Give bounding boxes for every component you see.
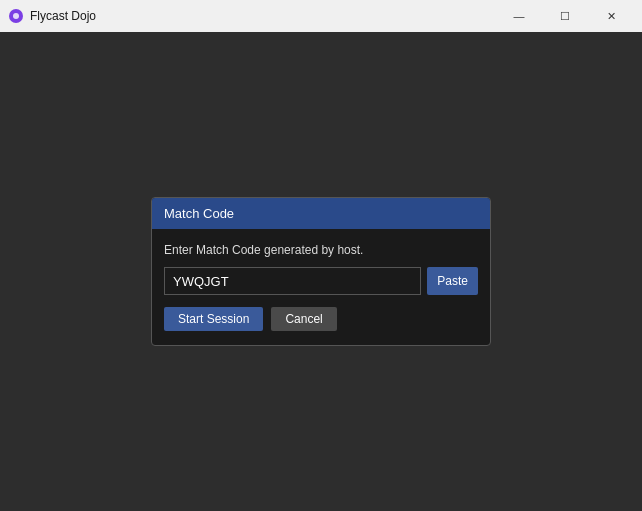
maximize-button[interactable]: ☐ [542,0,588,32]
dialog-header: Match Code [152,198,490,229]
minimize-button[interactable]: — [496,0,542,32]
app-icon [8,8,24,24]
main-content: Match Code Enter Match Code generated by… [0,32,642,511]
input-row: Paste [164,267,478,295]
cancel-button[interactable]: Cancel [271,307,336,331]
dialog-description: Enter Match Code generated by host. [164,243,478,257]
match-code-input[interactable] [164,267,421,295]
dialog-body: Enter Match Code generated by host. Past… [152,229,490,345]
title-bar-controls: — ☐ ✕ [496,0,634,32]
start-session-button[interactable]: Start Session [164,307,263,331]
paste-button[interactable]: Paste [427,267,478,295]
dialog-buttons: Start Session Cancel [164,307,478,331]
title-bar: Flycast Dojo — ☐ ✕ [0,0,642,32]
match-code-dialog: Match Code Enter Match Code generated by… [151,197,491,346]
app-title: Flycast Dojo [30,9,96,23]
close-button[interactable]: ✕ [588,0,634,32]
title-bar-left: Flycast Dojo [8,8,96,24]
svg-point-1 [13,13,19,19]
